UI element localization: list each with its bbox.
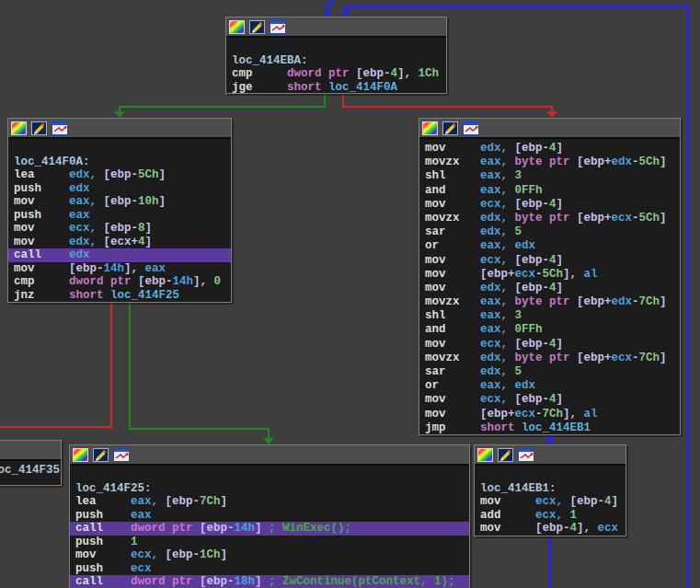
block-titlebar[interactable] [475, 445, 625, 466]
asm-line[interactable]: mov eax, [ebp-10h] [14, 195, 231, 209]
asm-line[interactable]: push edx [14, 182, 231, 196]
asm-token: 1 [570, 509, 578, 522]
asm-token: mov [425, 338, 480, 351]
edit-node-icon[interactable] [249, 20, 265, 34]
asm-line[interactable]: push 1 [75, 536, 469, 549]
asm-line[interactable]: add ecx, 1 [480, 509, 625, 523]
node-color-icon[interactable] [11, 121, 27, 135]
asm-line[interactable]: mov [ebp-14h], eax [14, 262, 231, 276]
graph-canvas[interactable]: loc_414EBA:cmp dword ptr [ebp-4], 1Chjge… [0, 0, 700, 588]
asm-line[interactable]: mov [ebp+ecx-5Ch], al [425, 268, 680, 282]
block-body: loc_414F0A:lea edx, [ebp-5Ch]push edxmov… [8, 139, 231, 302]
block-titlebar[interactable] [8, 119, 231, 139]
asm-label-line[interactable]: loc_414F0A: [14, 156, 231, 169]
asm-line[interactable]: movzx eax, byte ptr [ebp+edx-7Ch] [425, 295, 680, 309]
asm-line[interactable]: jge short loc_414F0A [232, 81, 446, 95]
group-node-icon[interactable] [52, 121, 67, 135]
block-titlebar[interactable] [226, 17, 446, 38]
asm-token: 7Ch [639, 352, 660, 364]
asm-token: edx, [480, 142, 515, 155]
asm-token: [ebp- [515, 198, 550, 211]
basic-block-loc_414F25[interactable]: loc_414F25:lea eax, [ebp-7Ch]push eaxcal… [69, 444, 470, 588]
edit-node-icon[interactable] [93, 448, 109, 462]
node-color-icon[interactable] [229, 20, 245, 34]
asm-label-line[interactable]: loc_414F35: [0, 464, 61, 478]
asm-line[interactable]: or eax, edx [425, 379, 680, 393]
asm-line[interactable]: mov [ebp-4], ecx [480, 522, 625, 536]
asm-line[interactable]: mov ecx, [ebp-1Ch] [75, 548, 469, 562]
group-node-icon[interactable] [113, 448, 129, 462]
asm-line[interactable]: and eax, 0FFh [425, 184, 680, 198]
asm-line[interactable]: mov edx, [ecx+4] [14, 236, 231, 249]
asm-line[interactable] [75, 468, 469, 482]
basic-block-loc_414F0A[interactable]: loc_414F0A:lea edx, [ebp-5Ch]push edxmov… [7, 118, 232, 303]
asm-line[interactable]: sar edx, 5 [425, 225, 680, 239]
asm-line[interactable]: push ecx [75, 562, 469, 576]
asm-line[interactable]: and eax, 0FFh [425, 323, 680, 337]
asm-label-line[interactable]: loc_414EBA: [232, 54, 446, 68]
asm-token: edx, [69, 168, 104, 181]
asm-token: 4 [549, 282, 557, 294]
asm-line[interactable]: mov ecx, [ebp-4] [425, 254, 680, 268]
node-color-icon[interactable] [73, 448, 88, 462]
asm-token: call [75, 575, 131, 588]
asm-token: - [535, 268, 543, 281]
group-node-icon[interactable] [463, 121, 478, 135]
basic-block-loc_414F35[interactable]: loc_414F35: [0, 440, 62, 486]
asm-line[interactable]: movzx edx, byte ptr [ebp+ecx-5Ch] [425, 212, 680, 225]
block-titlebar[interactable] [70, 445, 469, 466]
asm-token: sar [425, 365, 480, 378]
block-titlebar[interactable] [419, 119, 680, 139]
asm-line[interactable]: mov [ebp+ecx-7Ch], al [425, 408, 680, 421]
asm-token: [ebp+ [570, 295, 612, 308]
block-titlebar[interactable] [0, 441, 61, 461]
asm-token: [ebp- [69, 262, 104, 275]
asm-token: [ebp- [166, 495, 201, 508]
basic-block-loc_414EBA[interactable]: loc_414EBA:cmp dword ptr [ebp-4], 1Chjge… [225, 17, 447, 94]
asm-line[interactable]: cmp dword ptr [ebp-14h], 0 [14, 275, 231, 289]
edit-node-icon[interactable] [31, 121, 47, 135]
asm-line[interactable]: call dword ptr [ebp-18h] ; ZwContinue(pt… [70, 575, 469, 588]
asm-token: 4 [138, 236, 145, 248]
asm-label-line[interactable]: loc_414EB1: [480, 482, 625, 496]
asm-line[interactable]: lea eax, [ebp-7Ch] [75, 495, 469, 509]
asm-line[interactable]: mov ecx, [ebp-8] [14, 222, 231, 236]
group-node-icon[interactable] [518, 448, 534, 462]
asm-line[interactable]: call dword ptr [ebp-14h] ; WinExec(); [70, 522, 469, 536]
asm-line[interactable]: cmp dword ptr [ebp-4], 1Ch [232, 67, 446, 81]
asm-line[interactable]: push eax [75, 509, 469, 523]
basic-block-loc_414EB1[interactable]: loc_414EB1:mov ecx, [ebp-4]add ecx, 1mov… [474, 444, 626, 536]
asm-line[interactable]: mov edx, [ebp-4] [425, 142, 680, 156]
asm-label-line[interactable]: loc_414F25: [75, 482, 469, 496]
asm-line[interactable]: call edx [8, 248, 231, 262]
asm-line[interactable] [14, 142, 231, 156]
asm-line[interactable]: jmp short loc_414EB1 [425, 421, 680, 435]
asm-line[interactable]: movzx eax, byte ptr [ebp+edx-5Ch] [425, 156, 680, 169]
asm-line[interactable]: mov edx, [ebp-4] [425, 282, 680, 295]
asm-line[interactable]: push eax [14, 209, 231, 223]
asm-line[interactable] [480, 468, 625, 482]
node-color-icon[interactable] [422, 121, 438, 135]
asm-line[interactable]: sar edx, 5 [425, 365, 680, 379]
asm-token: ] [557, 282, 564, 294]
group-node-icon[interactable] [270, 20, 285, 34]
asm-line[interactable]: shl eax, 3 [425, 309, 680, 323]
asm-line[interactable] [232, 40, 446, 54]
asm-token: 1Ch [200, 548, 221, 561]
asm-token: [ebp- [515, 282, 550, 294]
asm-line[interactable]: mov ecx, [ebp-4] [425, 338, 680, 352]
asm-line[interactable]: jnz short loc_414F25 [14, 289, 231, 303]
asm-line[interactable]: movzx edx, byte ptr [ebp+ecx-7Ch] [425, 352, 680, 365]
basic-block-unlabeled-right[interactable]: mov edx, [ebp-4]movzx eax, byte ptr [ebp… [419, 118, 681, 435]
node-color-icon[interactable] [477, 448, 493, 462]
asm-line[interactable]: mov ecx, [ebp-4] [425, 393, 680, 407]
asm-token: 0FFh [515, 184, 543, 197]
asm-line[interactable]: shl eax, 3 [425, 169, 680, 183]
asm-line[interactable]: lea edx, [ebp-5Ch] [14, 168, 231, 182]
asm-line[interactable]: mov ecx, [ebp-4] [480, 495, 625, 509]
asm-token: ; WinExec(); [262, 522, 352, 535]
edit-node-icon[interactable] [498, 448, 513, 462]
asm-line[interactable]: or eax, edx [425, 239, 680, 253]
edit-node-icon[interactable] [442, 121, 458, 135]
asm-line[interactable]: mov ecx, [ebp-4] [425, 198, 680, 212]
